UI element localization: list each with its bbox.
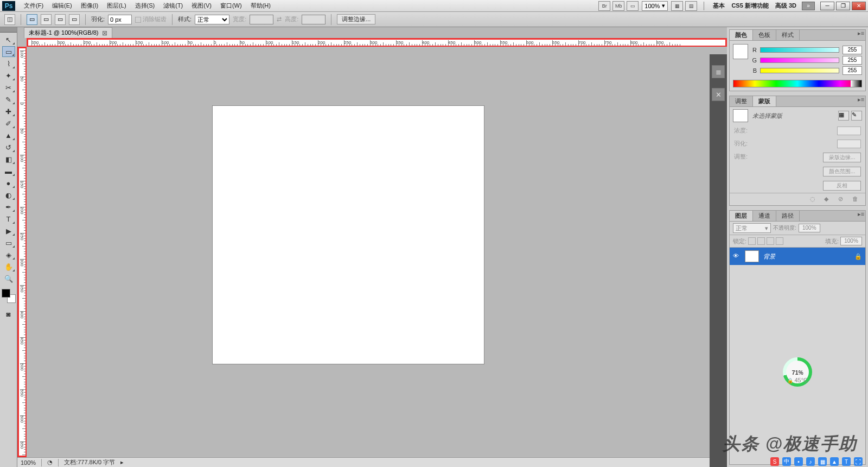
quick-select-tool[interactable]: ✦ xyxy=(2,70,15,81)
horizontal-ruler[interactable]: 3503002502001501005005010015020025030035… xyxy=(27,38,727,47)
close-button[interactable]: ✕ xyxy=(852,2,866,10)
3d-tool[interactable]: ◈ xyxy=(2,249,15,260)
minimize-button[interactable]: ─ xyxy=(820,2,834,10)
menu-帮助(H)[interactable]: 帮助(H) xyxy=(246,2,275,10)
tab-paths[interactable]: 路径 xyxy=(776,211,800,221)
hand-tool[interactable]: ✋ xyxy=(2,261,15,272)
path-select-tool[interactable]: ▶ xyxy=(2,225,15,236)
intersect-selection-icon[interactable]: ▭ xyxy=(69,14,80,25)
tab-styles[interactable]: 样式 xyxy=(776,30,800,40)
quickmask-icon[interactable]: ◙ xyxy=(2,308,15,319)
vector-mask-button[interactable]: ✎ xyxy=(851,111,862,121)
document-close-icon[interactable]: ⊠ xyxy=(102,29,107,37)
type-tool[interactable]: T xyxy=(2,213,15,224)
tray-icon[interactable]: ▦ xyxy=(818,457,827,466)
color-swatches[interactable] xyxy=(2,289,16,303)
pixel-mask-button[interactable]: ▦ xyxy=(838,111,849,121)
status-timing-icon[interactable]: ◔ xyxy=(47,459,53,466)
history-brush-tool[interactable]: ↺ xyxy=(2,142,15,153)
tray-icon[interactable]: ▲ xyxy=(830,457,839,466)
feather-input[interactable] xyxy=(108,15,132,24)
menu-图像(I)[interactable]: 图像(I) xyxy=(76,2,103,10)
panel-menu-icon[interactable]: ▸≡ xyxy=(857,96,865,106)
minibridge-icon[interactable]: Mb xyxy=(612,1,624,11)
tool-preset-icon[interactable]: ◫ xyxy=(4,14,15,25)
screen-mode-icon[interactable]: ▭ xyxy=(627,1,639,11)
tray-icon[interactable]: ♪ xyxy=(806,457,815,466)
eraser-tool[interactable]: ◧ xyxy=(2,154,15,165)
tray-icon[interactable]: T xyxy=(842,457,851,466)
tab-layers[interactable]: 图层 xyxy=(730,211,753,221)
tab-swatches[interactable]: 色板 xyxy=(753,30,776,40)
layer-background[interactable]: 👁 背景 🔒 xyxy=(730,248,865,265)
history-dock-icon[interactable]: ≣ xyxy=(712,65,725,78)
zoom-tool[interactable]: 🔍 xyxy=(2,273,15,284)
maximize-button[interactable]: ❐ xyxy=(836,2,850,10)
menu-图层(L)[interactable]: 图层(L) xyxy=(103,2,130,10)
refine-edge-button[interactable]: 调整边缘... xyxy=(337,14,375,24)
menu-编辑(E)[interactable]: 编辑(E) xyxy=(48,2,76,10)
healing-tool[interactable]: ✚ xyxy=(2,106,15,117)
status-doc-info[interactable]: 文档:777.8K/0 字节 xyxy=(64,458,115,466)
brush-tool[interactable]: ✐ xyxy=(2,118,15,129)
status-menu-icon[interactable]: ▸ xyxy=(120,459,124,466)
layer-thumbnail[interactable] xyxy=(745,250,759,262)
tray-icon[interactable]: 中 xyxy=(782,457,791,466)
subtract-selection-icon[interactable]: ▭ xyxy=(55,14,66,25)
bridge-icon[interactable]: Br xyxy=(598,1,610,11)
canvas-document[interactable] xyxy=(213,106,484,364)
add-selection-icon[interactable]: ▭ xyxy=(41,14,52,25)
menu-文件(F)[interactable]: 文件(F) xyxy=(20,2,48,10)
color-preview-swatch[interactable] xyxy=(733,44,748,59)
workspace-3d[interactable]: 高级 3D xyxy=(772,2,800,10)
tray-icon[interactable]: ⛶ xyxy=(854,457,863,466)
b-slider[interactable] xyxy=(760,68,839,73)
toolbox-handle[interactable] xyxy=(0,27,17,33)
pen-tool[interactable]: ✒ xyxy=(2,201,15,212)
menu-滤镜(T)[interactable]: 滤镜(T) xyxy=(159,2,187,10)
dodge-tool[interactable]: ◐ xyxy=(2,190,15,200)
layers-empty-area[interactable] xyxy=(730,265,865,352)
collapse-workspace-icon[interactable]: » xyxy=(802,2,815,10)
document-tab[interactable]: 未标题-1 @ 100%(RGB/8) ⊠ xyxy=(24,27,112,38)
layer-name[interactable]: 背景 xyxy=(763,253,775,261)
menu-窗口(W)[interactable]: 窗口(W) xyxy=(216,2,246,10)
blur-tool[interactable]: ● xyxy=(2,178,15,188)
panel-menu-icon[interactable]: ▸≡ xyxy=(857,211,865,221)
arrange-icon[interactable]: ▦ xyxy=(671,1,683,11)
b-value[interactable]: 255 xyxy=(843,66,862,75)
shape-tool[interactable]: ▭ xyxy=(2,237,15,248)
new-selection-icon[interactable]: ▭ xyxy=(27,14,37,25)
marquee-tool[interactable]: ▭ xyxy=(2,46,15,57)
crop-tool[interactable]: ✂ xyxy=(2,82,15,93)
gradient-tool[interactable]: ▬ xyxy=(2,166,15,176)
g-value[interactable]: 255 xyxy=(843,56,862,65)
tab-channels[interactable]: 通道 xyxy=(753,211,776,221)
menu-视图(V)[interactable]: 视图(V) xyxy=(187,2,216,10)
zoom-select[interactable]: 100%▾ xyxy=(642,1,668,11)
properties-dock-icon[interactable]: ✕ xyxy=(712,88,725,101)
tab-mask[interactable]: 蒙版 xyxy=(753,96,776,106)
vertical-ruler[interactable]: 1005005010015020025030035040045050055060… xyxy=(17,47,27,457)
workspace-cs5[interactable]: CS5 新增功能 xyxy=(728,2,771,10)
status-zoom[interactable]: 100% xyxy=(21,459,36,466)
move-tool[interactable]: ↖ xyxy=(2,34,15,45)
r-value[interactable]: 255 xyxy=(843,46,862,54)
panel-menu-icon[interactable]: ▸≡ xyxy=(857,30,865,40)
stamp-tool[interactable]: ▲ xyxy=(2,130,15,141)
tab-color[interactable]: 颜色 xyxy=(730,30,753,40)
style-select[interactable]: 正常 xyxy=(195,15,229,24)
eyedropper-tool[interactable]: ✎ xyxy=(2,94,15,105)
g-slider[interactable] xyxy=(760,58,839,63)
lasso-tool[interactable]: ⌇ xyxy=(2,58,15,69)
fg-color-swatch[interactable] xyxy=(2,289,10,298)
workspace-basic[interactable]: 基本 xyxy=(710,2,728,10)
tab-adjust[interactable]: 调整 xyxy=(730,96,753,106)
tray-icon[interactable]: • xyxy=(794,457,803,466)
r-slider[interactable] xyxy=(760,47,839,53)
menu-选择(S)[interactable]: 选择(S) xyxy=(131,2,159,10)
tray-icon[interactable]: S xyxy=(770,457,779,466)
extras-icon[interactable]: ▤ xyxy=(685,1,697,11)
spectrum-bar[interactable] xyxy=(733,80,862,87)
visibility-icon[interactable]: 👁 xyxy=(733,253,741,260)
